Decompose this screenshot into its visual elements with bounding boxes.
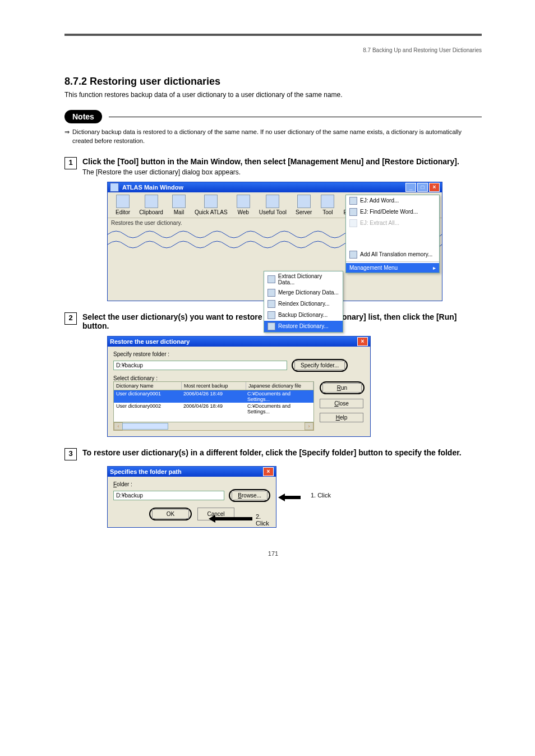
extract-all-icon	[349, 219, 357, 227]
step3-text: To restore user dictionary(s) in a diffe…	[82, 448, 482, 457]
close-button[interactable]: ×	[263, 467, 274, 476]
menu-ej-find-delete[interactable]: EJ: Find/Delete Word...	[346, 206, 439, 218]
maximize-button[interactable]: □	[417, 183, 428, 192]
close-button[interactable]: ×	[357, 337, 368, 346]
notes-pill: Notes	[64, 110, 102, 123]
col-japanese-file[interactable]: Japanese dictionary file	[246, 382, 313, 390]
step-number-1: 1	[64, 157, 77, 169]
list-row-selected[interactable]: User dictionary0001 2006/04/26 18:49 C:¥…	[114, 390, 313, 403]
list-row[interactable]: User dictionary0002 2006/04/26 18:49 C:¥…	[114, 403, 313, 415]
tool-clipboard[interactable]: Clipboard	[139, 195, 163, 215]
find-delete-icon	[349, 208, 357, 216]
menu-add-all-tm[interactable]: Add All Translation memory...	[346, 249, 439, 260]
submenu-extract[interactable]: Extract Dictionary Data...	[264, 271, 343, 287]
tool-menu: EJ: Add Word... EJ: Find/Delete Word... …	[345, 195, 440, 273]
section-title: 8.7.2 Restoring user dictionaries	[64, 76, 482, 87]
scroll-left-icon[interactable]: ‹	[114, 422, 123, 430]
note-bullet: Dictionary backup data is restored to a …	[72, 128, 482, 146]
tool-usefultool[interactable]: Useful Tool	[259, 195, 287, 215]
run-button[interactable]: Run	[322, 383, 362, 393]
browse-button-oval: Browse...	[229, 489, 270, 502]
tool-editor[interactable]: Editor	[116, 195, 130, 215]
ok-button-oval: OK	[149, 508, 192, 520]
atlas-app-icon	[110, 183, 119, 192]
folder-input[interactable]: D:¥backup	[113, 491, 224, 500]
dictionary-list[interactable]: User dictionary0001 2006/04/26 18:49 C:¥…	[113, 390, 314, 422]
minimize-button[interactable]: _	[405, 183, 416, 192]
restore-folder-input[interactable]: D:¥backup	[113, 361, 287, 370]
tool-icon	[321, 195, 334, 208]
folder-path-dialog-screenshot: Specifies the folder path × Folder : D:¥…	[107, 466, 276, 528]
restore-dialog-screenshot: Restore the user dictionary × Specify re…	[107, 336, 371, 437]
atlas-title-text: ATLAS Main Window	[122, 184, 183, 191]
header-bar	[64, 34, 482, 36]
specify-folder-button[interactable]: Specify folder...	[294, 361, 345, 370]
arrow-icon	[278, 494, 301, 501]
restore-icon	[268, 322, 275, 330]
folder-titlebar: Specifies the folder path ×	[108, 467, 276, 477]
atlas-titlebar: ATLAS Main Window _ □ ×	[108, 182, 442, 192]
close-action-button[interactable]: Close	[320, 399, 363, 408]
folder-title-text: Specifies the folder path	[110, 468, 182, 475]
management-submenu: Extract Dictionary Data... Merge Diction…	[264, 271, 343, 333]
add-word-icon	[349, 197, 357, 205]
atlas-main-window-screenshot: ATLAS Main Window _ □ × Editor Clipboard…	[107, 182, 442, 301]
label-select-dictionary: Select dictionary :	[113, 375, 365, 381]
merge-icon	[268, 289, 275, 297]
run-button-oval: Run	[320, 381, 365, 394]
svg-marker-1	[209, 515, 252, 523]
submenu-merge[interactable]: Merge Dictionary Data...	[264, 287, 343, 298]
chevron-right-icon: ▸	[433, 265, 436, 271]
breadcrumb: 8.7 Backing Up and Restoring User Dictio…	[64, 47, 482, 53]
step-number-3: 3	[64, 448, 77, 460]
menu-separator	[346, 261, 439, 262]
server-icon	[297, 195, 311, 208]
col-most-recent-backup[interactable]: Most recent backup	[182, 382, 246, 390]
usefultool-icon	[266, 195, 279, 208]
backup-icon	[268, 311, 275, 319]
page-number: 171	[64, 550, 482, 557]
menu-ej-add-word[interactable]: EJ: Add Word...	[346, 195, 439, 206]
tool-tool[interactable]: Tool	[321, 195, 334, 215]
tool-quickatlas[interactable]: Quick ATLAS	[195, 195, 228, 215]
restore-title-text: Restore the user dictionary	[110, 338, 190, 345]
label-specify-folder: Specify restore folder :	[113, 351, 365, 357]
scroll-thumb[interactable]	[122, 423, 168, 430]
web-icon	[237, 195, 250, 208]
horizontal-scrollbar[interactable]: ‹ ›	[113, 422, 314, 431]
submenu-backup[interactable]: Backup Dictionary...	[264, 310, 343, 321]
extract-icon	[268, 275, 275, 283]
quickatlas-icon	[204, 195, 218, 208]
svg-marker-0	[278, 494, 301, 501]
step-number-2: 2	[64, 312, 77, 325]
step1-subtext: The [Restore the user dictionary] dialog…	[82, 168, 482, 176]
submenu-reindex[interactable]: Reindex Dictionary...	[264, 298, 343, 310]
tool-web[interactable]: Web	[237, 195, 250, 215]
callout-2: 2. Click	[256, 513, 276, 527]
add-tm-icon	[349, 251, 357, 259]
notes-divider	[109, 117, 482, 117]
ok-button[interactable]: OK	[152, 509, 189, 519]
tool-server[interactable]: Server	[296, 195, 312, 215]
callout-1: 1. Click	[311, 492, 331, 499]
restore-titlebar: Restore the user dictionary ×	[108, 336, 370, 347]
close-button[interactable]: ×	[429, 183, 440, 192]
editor-icon	[116, 195, 130, 208]
scroll-right-icon[interactable]: ›	[305, 422, 313, 430]
step1-text: Click the [Tool] button in the Main Wind…	[82, 157, 482, 166]
dictionary-list-header: Dictionary Name Most recent backup Japan…	[113, 381, 314, 390]
arrow-icon	[209, 515, 252, 523]
mail-icon	[172, 195, 186, 208]
col-dictionary-name[interactable]: Dictionary Name	[114, 382, 182, 390]
browse-button[interactable]: Browse...	[232, 491, 268, 500]
menu-management[interactable]: Management Menu▸	[346, 263, 439, 273]
reindex-icon	[268, 300, 275, 308]
section-desc: This function restores backup data of a …	[64, 91, 482, 99]
submenu-restore[interactable]: Restore Dictionary...	[264, 321, 343, 332]
label-folder: Folder :	[113, 481, 270, 487]
clipboard-icon	[145, 195, 158, 208]
help-button[interactable]: Help	[320, 413, 363, 422]
menu-ej-extract-all[interactable]: EJ: Extract All...	[346, 218, 439, 229]
specify-folder-callout-oval: Specify folder...	[292, 359, 348, 372]
tool-mail[interactable]: Mail	[172, 195, 186, 215]
